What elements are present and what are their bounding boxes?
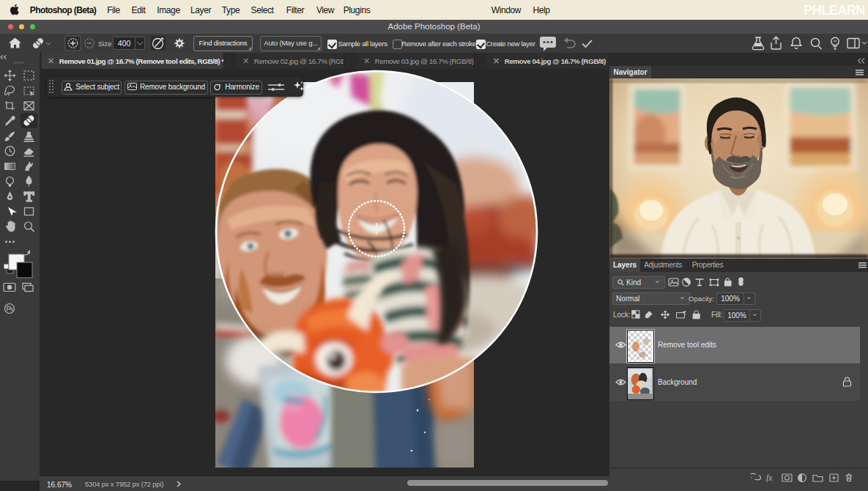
svg-text:fx: fx: [766, 473, 773, 482]
